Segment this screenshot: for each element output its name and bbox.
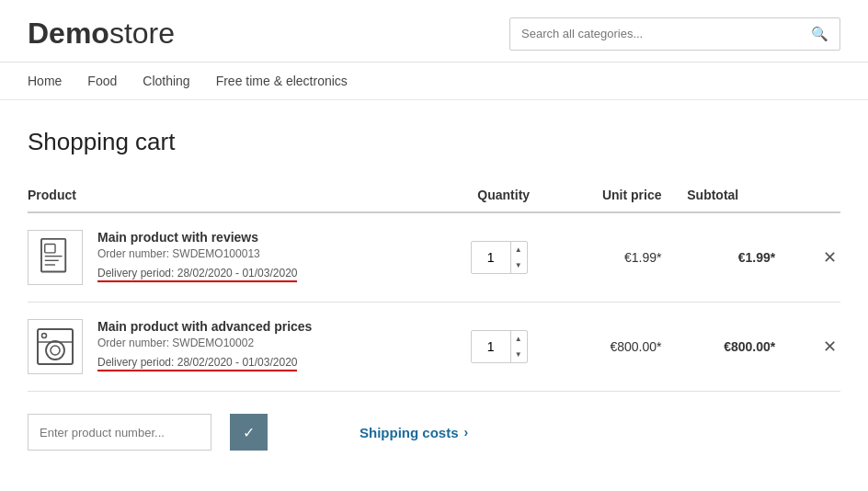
logo-light: store bbox=[109, 17, 175, 50]
search-button[interactable]: 🔍 bbox=[800, 18, 839, 50]
main-nav: Home Food Clothing Free time & electroni… bbox=[0, 63, 868, 100]
qty-up-2[interactable]: ▲ bbox=[511, 331, 526, 347]
product-cell-1: Main product with reviews Order number: … bbox=[28, 212, 451, 303]
shipping-costs-link[interactable]: Shipping costs › bbox=[360, 425, 468, 440]
add-product-button[interactable]: ✓ bbox=[230, 414, 268, 451]
product-order-1: Order number: SWDEMO100013 bbox=[97, 247, 451, 260]
product-info-1: Main product with reviews Order number: … bbox=[97, 230, 451, 282]
col-quantity: Quantity bbox=[451, 178, 548, 212]
logo-bold: Demo bbox=[28, 17, 109, 50]
col-product: Product bbox=[28, 178, 451, 212]
qty-cell-2: ▲ ▼ bbox=[451, 303, 548, 392]
header: Demostore 🔍 bbox=[0, 0, 868, 63]
product-thumbnail-1 bbox=[28, 230, 83, 285]
search-input[interactable] bbox=[510, 19, 800, 48]
qty-down-2[interactable]: ▼ bbox=[511, 347, 526, 362]
product-order-2: Order number: SWDEMO10002 bbox=[97, 337, 451, 349]
nav-item-clothing[interactable]: Clothing bbox=[143, 74, 189, 88]
product-info-2: Main product with advanced prices Order … bbox=[97, 319, 451, 371]
shipping-label: Shipping costs bbox=[360, 425, 459, 440]
qty-down-1[interactable]: ▼ bbox=[511, 257, 526, 273]
subtotal-2: €800.00* bbox=[724, 339, 775, 354]
product-name-2: Main product with advanced prices bbox=[97, 319, 451, 334]
nav-item-home[interactable]: Home bbox=[28, 74, 62, 88]
cart-table: Product Quantity Unit price Subtotal bbox=[28, 178, 840, 392]
remove-cell-1: ✕ bbox=[775, 212, 840, 303]
unit-price-1: €1.99* bbox=[624, 250, 661, 265]
cart-footer: ✓ Shipping costs › bbox=[28, 414, 840, 451]
product-delivery-2: Delivery period: 28/02/2020 - 01/03/2020 bbox=[97, 356, 297, 371]
product-number-input[interactable] bbox=[28, 414, 211, 451]
qty-input-1[interactable] bbox=[472, 245, 510, 270]
chevron-right-icon: › bbox=[464, 425, 469, 440]
unit-price-cell-1: €1.99* bbox=[548, 212, 662, 303]
qty-cell-1: ▲ ▼ bbox=[451, 212, 548, 303]
qty-arrows-1: ▲ ▼ bbox=[510, 242, 526, 273]
subtotal-cell-1: €1.99* bbox=[662, 212, 776, 303]
page-title: Shopping cart bbox=[28, 128, 840, 156]
svg-rect-1 bbox=[45, 244, 55, 252]
qty-arrows-2: ▲ ▼ bbox=[510, 331, 526, 362]
main-content: Shopping cart Product Quantity Unit pric… bbox=[0, 100, 868, 487]
logo: Demostore bbox=[28, 17, 175, 51]
qty-wrapper-2: ▲ ▼ bbox=[471, 330, 528, 363]
remove-button-1[interactable]: ✕ bbox=[819, 244, 840, 271]
table-row: Main product with advanced prices Order … bbox=[28, 303, 840, 392]
subtotal-cell-2: €800.00* bbox=[662, 303, 776, 392]
svg-point-8 bbox=[42, 334, 47, 338]
unit-price-2: €800.00* bbox=[610, 339, 661, 354]
product-icon-1 bbox=[37, 237, 74, 279]
product-icon-2 bbox=[35, 326, 75, 367]
remove-cell-2: ✕ bbox=[775, 303, 840, 392]
remove-button-2[interactable]: ✕ bbox=[819, 333, 840, 360]
product-thumbnail-2 bbox=[28, 319, 83, 374]
qty-up-1[interactable]: ▲ bbox=[511, 242, 526, 257]
qty-input-2[interactable] bbox=[472, 334, 510, 360]
svg-point-7 bbox=[51, 346, 60, 355]
product-delivery-1: Delivery period: 28/02/2020 - 01/03/2020 bbox=[97, 267, 297, 282]
subtotal-1: €1.99* bbox=[738, 250, 775, 265]
qty-wrapper-1: ▲ ▼ bbox=[471, 241, 528, 274]
product-cell-2: Main product with advanced prices Order … bbox=[28, 303, 451, 392]
nav-item-free-time[interactable]: Free time & electronics bbox=[216, 74, 348, 88]
col-subtotal: Subtotal bbox=[662, 178, 776, 212]
table-row: Main product with reviews Order number: … bbox=[28, 212, 840, 303]
product-name-1: Main product with reviews bbox=[97, 230, 451, 245]
col-unit-price: Unit price bbox=[548, 178, 662, 212]
unit-price-cell-2: €800.00* bbox=[548, 303, 662, 392]
search-bar: 🔍 bbox=[509, 17, 840, 51]
svg-point-6 bbox=[46, 341, 64, 360]
checkmark-icon: ✓ bbox=[243, 424, 255, 441]
nav-item-food[interactable]: Food bbox=[87, 74, 117, 88]
